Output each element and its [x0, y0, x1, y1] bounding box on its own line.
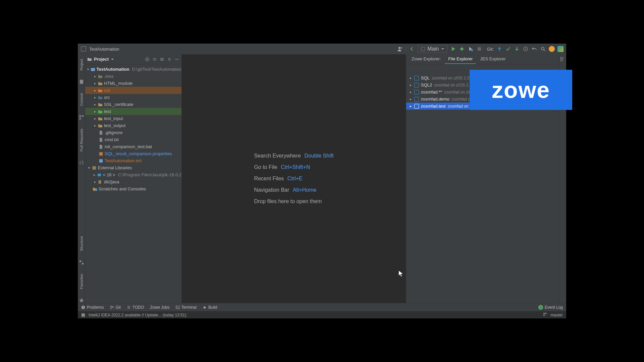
tool-build[interactable]: Build — [203, 305, 217, 310]
tree-item-iml[interactable]: TestAutomation.iml — [85, 157, 181, 164]
ide-logo-icon[interactable] — [557, 46, 564, 52]
tree-item-test-output[interactable]: ▸ test_output — [85, 122, 181, 129]
tool-todo[interactable]: TODO — [127, 305, 144, 310]
svg-point-16 — [168, 58, 170, 60]
tool-label: Event Log — [545, 305, 563, 310]
tree-item-db2java[interactable]: ▸ db2java — [85, 178, 181, 185]
tree-item-idea[interactable]: ▸ .idea — [85, 73, 181, 80]
chevron-right-icon[interactable]: ▸ — [409, 104, 412, 108]
tree-item-test-input[interactable]: ▸ test_input — [85, 115, 181, 122]
debug-icon[interactable] — [459, 46, 465, 52]
tree-item-cmd[interactable]: cmd.txt — [85, 136, 181, 143]
tool-problems[interactable]: Problems — [81, 305, 104, 310]
tree-item-test[interactable]: ▸ test — [85, 108, 181, 115]
svg-point-27 — [95, 189, 97, 191]
chevron-right-icon[interactable]: ▸ — [93, 110, 97, 113]
tool-zowe-jobs[interactable]: Zowe Jobs — [150, 305, 169, 310]
gear-icon[interactable] — [167, 57, 172, 62]
tree-item-html-module[interactable]: ▸ HTML_module — [85, 80, 181, 87]
tree-item-sql-props[interactable]: SQL_result_comparison.properties — [85, 150, 181, 157]
star-icon[interactable] — [79, 298, 84, 303]
undo-icon[interactable] — [531, 46, 537, 52]
branch-icon[interactable] — [543, 312, 547, 317]
run-icon[interactable] — [450, 46, 456, 52]
svg-rect-5 — [478, 47, 481, 51]
chevron-right-icon[interactable]: ▸ — [409, 90, 412, 94]
tree-item-gitignore[interactable]: .gitignore — [85, 129, 181, 136]
git-push-icon[interactable] — [514, 46, 520, 52]
folder-icon — [98, 95, 103, 100]
chevron-right-icon[interactable]: ▸ — [409, 76, 412, 80]
tool-terminal[interactable]: Terminal — [176, 305, 197, 310]
svg-rect-24 — [98, 174, 101, 176]
search-icon[interactable] — [540, 46, 546, 52]
bookmarks-icon[interactable] — [79, 79, 84, 84]
git-commit-icon[interactable] — [505, 46, 511, 52]
title-bar: TestAutomation Main Git: — [78, 44, 566, 54]
avatar-icon[interactable] — [549, 46, 555, 52]
svg-point-1 — [398, 47, 400, 49]
locate-icon[interactable] — [145, 57, 150, 62]
run-coverage-icon[interactable] — [468, 46, 474, 52]
chevron-down-icon[interactable] — [111, 58, 114, 61]
tree-external-libs[interactable]: ▾ External Libraries — [85, 164, 181, 171]
svg-rect-13 — [82, 263, 84, 264]
status-message[interactable]: IntelliJ IDEA 2022.2 available // Update… — [89, 313, 186, 317]
tab-file-explorer[interactable]: File Explorer — [445, 54, 476, 64]
chevron-right-icon[interactable]: ▸ — [93, 103, 97, 106]
structure-icon[interactable] — [79, 260, 84, 265]
editor-area[interactable]: Search Everywhere Double Shift Go to Fil… — [182, 54, 406, 303]
stop-icon[interactable] — [476, 46, 482, 52]
tree-scratches[interactable]: Scratches and Consoles — [85, 185, 181, 192]
tree-item-jdk[interactable]: ▸ < 16 > C:\Program Files\Java\jdk-16.0.… — [85, 171, 181, 178]
run-config-selector[interactable]: Main — [418, 45, 447, 53]
tab-jes-explorer[interactable]: JES Explorer — [477, 54, 509, 64]
chevron-right-icon[interactable]: ▸ — [93, 88, 97, 92]
back-arrow-icon[interactable] — [409, 46, 415, 52]
branch-name[interactable]: master — [550, 313, 563, 317]
chevron-right-icon[interactable]: ▸ — [409, 83, 412, 87]
chevron-right-icon[interactable]: ▸ — [93, 96, 97, 99]
chevron-right-icon[interactable]: ▸ — [93, 74, 97, 78]
tab-zowe-explorer[interactable]: Zowe Explorer: — [408, 54, 444, 64]
add-user-icon[interactable] — [397, 46, 403, 52]
hint-label: Go to File — [254, 164, 277, 170]
svg-rect-17 — [91, 68, 95, 71]
tool-tab-commit[interactable]: Commit — [79, 91, 84, 108]
right-gutter-label[interactable]: Zo — [559, 54, 565, 64]
pr-icon[interactable] — [79, 160, 84, 166]
folder-icon — [98, 88, 103, 93]
tool-tab-project[interactable]: Project — [79, 57, 84, 72]
git-pull-icon[interactable] — [496, 46, 502, 52]
tool-tab-pull-requests[interactable]: Pull Requests — [79, 127, 84, 154]
tool-git[interactable]: Git — [110, 305, 121, 310]
tool-tab-favorites[interactable]: Favorites — [79, 272, 84, 291]
history-icon[interactable] — [523, 46, 529, 52]
expand-all-icon[interactable] — [152, 57, 157, 62]
chevron-right-icon[interactable]: ▸ — [93, 180, 97, 184]
tree-item-ssl[interactable]: ▸ SSL_certificate — [85, 101, 181, 108]
chevron-right-icon[interactable]: ▸ — [409, 97, 412, 101]
dataset-name: SQL — [421, 75, 430, 80]
tree-item-label: test_input — [104, 116, 123, 121]
chevron-right-icon[interactable]: ▸ — [93, 173, 96, 177]
tool-event-log[interactable]: 2 Event Log — [538, 305, 563, 310]
branch-icon[interactable] — [79, 115, 84, 120]
tree-item-init-bat[interactable]: init_comparison_test.bat — [85, 143, 181, 150]
chevron-right-icon[interactable]: ▸ — [93, 117, 97, 120]
chevron-down-icon[interactable]: ▾ — [87, 166, 91, 170]
chevron-down-icon[interactable]: ▾ — [87, 67, 89, 71]
tree-root[interactable]: ▾ TestAutomation D:\gitTest\TestAutomati… — [85, 66, 181, 73]
folder-icon — [98, 102, 103, 107]
collapse-all-icon[interactable] — [159, 57, 165, 62]
tree-item-out[interactable]: ▸ out — [85, 87, 181, 94]
chevron-right-icon[interactable]: ▸ — [93, 124, 97, 127]
tool-tab-structure[interactable]: Structure — [79, 234, 84, 253]
svg-rect-0 — [81, 47, 86, 51]
svg-rect-31 — [83, 308, 84, 308]
chevron-right-icon[interactable]: ▸ — [93, 81, 97, 85]
project-tree[interactable]: ▾ TestAutomation D:\gitTest\TestAutomati… — [85, 64, 181, 303]
minimize-icon[interactable] — [174, 57, 179, 62]
tree-item-src[interactable]: ▸ src — [85, 94, 181, 101]
folder-icon — [87, 57, 92, 62]
